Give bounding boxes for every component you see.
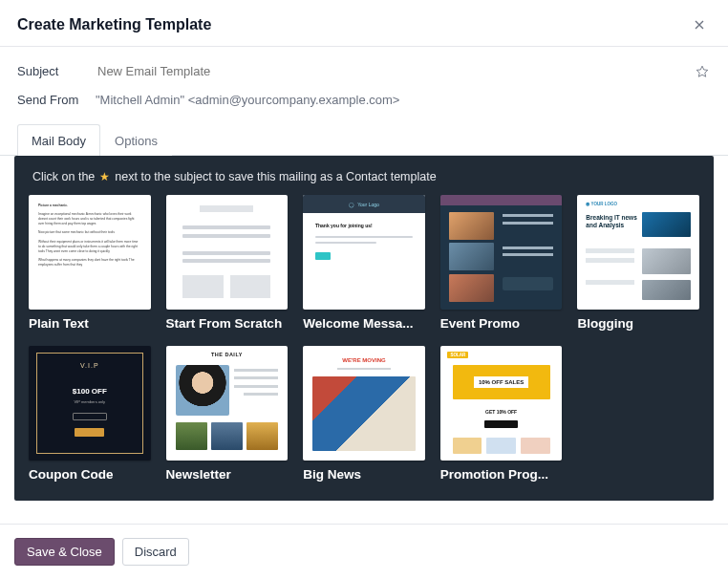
template-blogging[interactable]: ◉ YOUR LOGO Breaking IT news and Analysi… bbox=[577, 195, 699, 331]
tab-mail-body[interactable]: Mail Body bbox=[17, 124, 100, 156]
hint-post: next to the subject to save this mailing… bbox=[115, 170, 436, 183]
template-name: Welcome Messa... bbox=[303, 316, 425, 331]
send-from-value[interactable]: "Mitchell Admin" <admin@yourcompany.exam… bbox=[96, 90, 711, 110]
tab-options[interactable]: Options bbox=[100, 124, 172, 156]
send-from-label: Send From bbox=[17, 93, 96, 107]
close-button[interactable] bbox=[688, 13, 711, 36]
subject-input[interactable] bbox=[96, 63, 694, 79]
close-icon bbox=[692, 17, 707, 32]
template-name: Blogging bbox=[577, 316, 699, 331]
template-event-promo[interactable]: Event Promo bbox=[440, 195, 563, 331]
template-big-news[interactable]: WE'RE MOVING Big News bbox=[303, 346, 425, 482]
modal-footer: Save & Close Discard bbox=[0, 524, 728, 579]
template-name: Plain Text bbox=[29, 316, 151, 331]
template-promotion-program[interactable]: SOLAR 10% OFF SALES GET 10% OFF Promotio… bbox=[440, 346, 563, 482]
template-panel: Click on the ★ next to the subject to sa… bbox=[14, 156, 714, 501]
star-icon bbox=[696, 65, 709, 78]
modal-title: Create Marketing Template bbox=[17, 16, 211, 33]
template-name: Start From Scratch bbox=[166, 316, 289, 331]
form-fields: Subject Send From "Mitchell Admin" <admi… bbox=[0, 47, 728, 121]
save-close-button[interactable]: Save & Close bbox=[14, 538, 115, 566]
subject-label: Subject bbox=[17, 64, 96, 78]
modal-header: Create Marketing Template bbox=[0, 0, 728, 47]
template-newsletter[interactable]: THE DAILY Newsletter bbox=[166, 346, 289, 482]
template-name: Event Promo bbox=[440, 316, 563, 331]
hint-text: Click on the ★ next to the subject to sa… bbox=[32, 170, 699, 183]
hint-pre: Click on the bbox=[32, 170, 95, 183]
template-welcome-message[interactable]: ◯ Your Logo Thank you for joining us! We… bbox=[303, 195, 425, 331]
favorite-toggle[interactable] bbox=[694, 63, 711, 80]
template-name: Promotion Prog... bbox=[440, 467, 563, 482]
template-grid: Picture a mechanic. Imagine an exception… bbox=[29, 195, 699, 482]
tab-bar: Mail Body Options bbox=[0, 123, 728, 156]
discard-button[interactable]: Discard bbox=[122, 538, 189, 566]
template-start-from-scratch[interactable]: Start From Scratch bbox=[166, 195, 289, 331]
template-name: Newsletter bbox=[166, 467, 289, 482]
template-name: Coupon Code bbox=[29, 467, 151, 482]
template-coupon-code[interactable]: V.I.P $100 OFF VIP members only Coupon C… bbox=[29, 346, 151, 482]
template-plain-text[interactable]: Picture a mechanic. Imagine an exception… bbox=[29, 195, 151, 331]
star-icon: ★ bbox=[99, 171, 110, 182]
template-name: Big News bbox=[303, 467, 425, 482]
